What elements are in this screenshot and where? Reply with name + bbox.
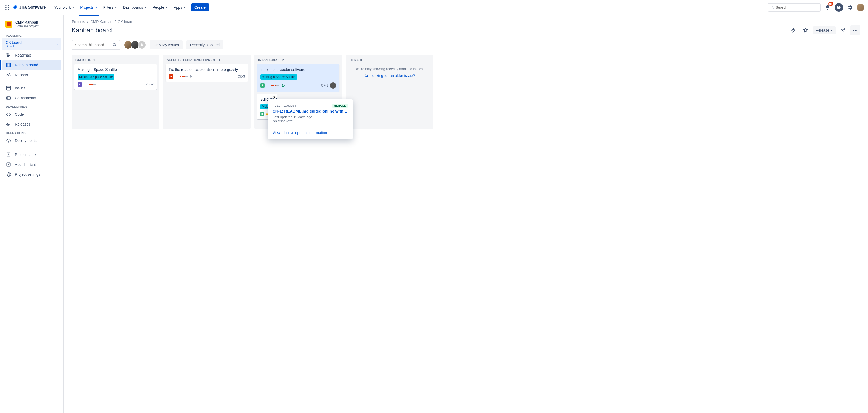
app-switcher-icon[interactable] xyxy=(4,4,10,11)
svg-rect-16 xyxy=(7,86,11,90)
view-dev-info-link[interactable]: View all development information xyxy=(273,131,348,135)
board-selector[interactable]: CK board Board xyxy=(2,38,61,50)
sidebar-project-pages[interactable]: Project pages xyxy=(2,150,61,160)
sidebar-issues[interactable]: Issues xyxy=(2,83,61,93)
svg-point-1 xyxy=(6,5,7,6)
svg-rect-11 xyxy=(7,55,10,56)
nav-projects[interactable]: Projects xyxy=(78,4,100,11)
epic-tag[interactable]: Making a Space Shuttle xyxy=(78,74,115,80)
sidebar-divider xyxy=(2,147,61,148)
automation-icon[interactable] xyxy=(788,26,798,35)
search-icon xyxy=(364,73,369,78)
svg-line-28 xyxy=(842,29,844,30)
help-icon[interactable] xyxy=(835,3,843,12)
jira-logo[interactable]: Jira Software xyxy=(12,4,46,10)
story-type-icon xyxy=(260,83,265,88)
svg-point-31 xyxy=(855,30,856,31)
create-button[interactable]: Create xyxy=(191,3,209,11)
star-icon[interactable] xyxy=(801,26,810,35)
days-dots xyxy=(180,76,188,77)
kanban-board: BACKLOG 1 Making a Space Shuttle Making … xyxy=(72,55,860,129)
profile-avatar[interactable] xyxy=(857,4,864,11)
search-input[interactable] xyxy=(776,5,818,9)
svg-point-7 xyxy=(6,9,7,9)
nav-dashboards[interactable]: Dashboards xyxy=(120,4,150,11)
priority-medium-icon xyxy=(84,82,87,86)
svg-rect-13 xyxy=(7,63,11,67)
pr-label: PULL REQUEST xyxy=(273,104,297,107)
ops-section-label: OPERATIONS xyxy=(2,129,61,136)
more-icon[interactable] xyxy=(850,26,860,35)
assignee-avatar[interactable] xyxy=(330,82,336,89)
share-icon[interactable] xyxy=(838,26,848,35)
breadcrumb: Projects / CMP Kanban / CK board xyxy=(72,20,860,24)
column-backlog[interactable]: BACKLOG 1 Making a Space Shuttle Making … xyxy=(72,55,159,129)
sidebar-roadmap[interactable]: Roadmap xyxy=(2,50,61,60)
svg-rect-10 xyxy=(7,54,9,55)
avatar-unassigned[interactable] xyxy=(137,41,146,49)
settings-icon[interactable] xyxy=(846,3,854,12)
card-ck-1[interactable]: Implement reactor software Making a Spac… xyxy=(257,64,339,92)
column-done[interactable]: DONE 0 We're only showing recently modif… xyxy=(346,55,433,129)
svg-point-30 xyxy=(854,30,854,31)
sidebar-code[interactable]: Code xyxy=(2,110,61,119)
project-header[interactable]: CMP Kanban Software project xyxy=(2,19,61,32)
project-icon xyxy=(5,21,12,28)
days-dots xyxy=(89,84,96,85)
project-type: Software project xyxy=(16,25,38,28)
sidebar-kanban-board[interactable]: Kanban board xyxy=(2,60,61,70)
board-search-input[interactable] xyxy=(75,43,117,47)
release-button[interactable]: Release xyxy=(813,26,836,34)
reports-icon xyxy=(6,72,11,77)
nav-apps[interactable]: Apps xyxy=(171,4,189,11)
merged-badge: MERGED xyxy=(332,104,348,108)
project-name: CMP Kanban xyxy=(16,20,38,25)
branch-icon[interactable] xyxy=(281,83,286,88)
dev-popover: PULL REQUEST MERGED CK-1: README.md edit… xyxy=(268,99,353,139)
sidebar-project-settings[interactable]: Project settings xyxy=(2,170,61,179)
main-content: Projects / CMP Kanban / CK board Kanban … xyxy=(64,15,868,413)
pages-icon xyxy=(6,152,11,158)
freeze-icon: ❄ xyxy=(189,75,192,78)
breadcrumb-project[interactable]: CMP Kanban xyxy=(90,20,112,24)
svg-point-32 xyxy=(856,30,857,31)
svg-point-39 xyxy=(365,74,367,76)
svg-point-37 xyxy=(282,86,283,87)
sidebar-deployments[interactable]: Deployments xyxy=(2,136,61,145)
breadcrumb-board[interactable]: CK board xyxy=(118,20,133,24)
sidebar-components[interactable]: Components xyxy=(2,93,61,103)
days-dots xyxy=(272,85,279,86)
releases-icon xyxy=(6,122,11,127)
page-title: Kanban board xyxy=(72,27,112,34)
column-selected[interactable]: SELECTED FOR DEVELOPMENT 1 Fix the react… xyxy=(163,55,251,129)
cursor-icon xyxy=(273,95,277,100)
epic-tag[interactable]: Making a Space Shuttle xyxy=(260,74,297,80)
shortcut-icon xyxy=(6,162,11,167)
bug-type-icon xyxy=(169,74,173,78)
components-icon xyxy=(6,95,11,101)
sidebar-reports[interactable]: Reports xyxy=(2,70,61,80)
done-empty-text: We're only showing recently modified iss… xyxy=(349,67,430,71)
nav-filters[interactable]: Filters xyxy=(101,4,120,11)
global-search[interactable] xyxy=(768,3,821,12)
sidebar-releases[interactable]: Releases xyxy=(2,119,61,129)
filter-recently-updated[interactable]: Recently Updated xyxy=(186,40,223,49)
svg-point-4 xyxy=(6,7,7,8)
filter-only-my-issues[interactable]: Only My Issues xyxy=(150,40,183,49)
card-ck-2[interactable]: Making a Space Shuttle Making a Space Sh… xyxy=(74,64,157,90)
notification-badge: 9+ xyxy=(829,2,834,6)
nav-your-work[interactable]: Your work xyxy=(52,4,77,11)
svg-rect-12 xyxy=(7,56,9,57)
issues-icon xyxy=(6,85,11,91)
sidebar-add-shortcut[interactable]: Add shortcut xyxy=(2,160,61,169)
nav-people[interactable]: People xyxy=(150,4,170,11)
card-ck-3[interactable]: Fix the reactor acceleration in zero gra… xyxy=(166,64,248,82)
older-issue-link[interactable]: Looking for an older issue? xyxy=(364,73,415,78)
board-search[interactable] xyxy=(72,40,120,50)
nav-items: Your work Projects Filters Dashboards Pe… xyxy=(52,4,188,11)
breadcrumb-projects[interactable]: Projects xyxy=(72,20,85,24)
svg-point-33 xyxy=(113,43,116,46)
svg-point-36 xyxy=(282,84,283,85)
pr-title[interactable]: CK-1: README.md edited online with… xyxy=(273,109,348,113)
notifications-icon[interactable]: 9+ xyxy=(824,3,832,12)
